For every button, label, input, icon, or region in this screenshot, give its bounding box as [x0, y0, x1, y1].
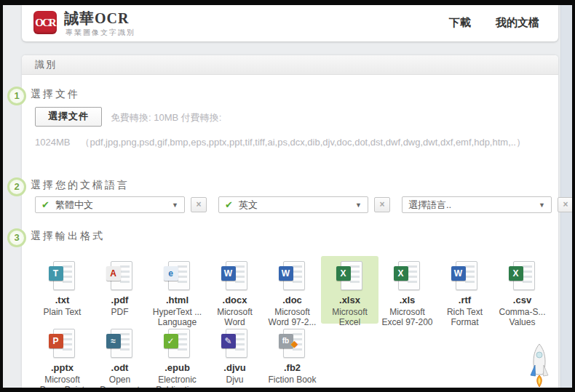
format-option-djvu[interactable]: ✎.djvuDjvu	[206, 324, 263, 388]
format-option-html[interactable]: e.htmlHyperText ... Language	[148, 256, 206, 324]
logo-title[interactable]: 誠華OCR	[64, 9, 129, 28]
header: OCR 誠華OCR 專業圖像文字識別 下載 我的文檔	[22, 5, 558, 41]
format-extension: .xls	[378, 295, 436, 305]
choose-file-button[interactable]: 選擇文件	[35, 107, 102, 127]
nav-download-link[interactable]: 下載	[449, 16, 471, 30]
output-format-grid: T.txtPlain TextA.pdfPDFe.htmlHyperText .…	[33, 256, 552, 388]
page: OCR 誠華OCR 專業圖像文字識別 下載 我的文檔 識別 1 選擇文件 選擇文…	[3, 5, 572, 388]
format-extension: .rtf	[436, 295, 493, 305]
html-file-icon: e	[163, 261, 192, 292]
extensions-list: （pdf,jpg,png,psd,gif,bmp,eps,pptx,ppt,ti…	[80, 137, 526, 148]
fb2-accent-icon: ◆	[291, 339, 298, 348]
conversion-limit-hint: 免費轉換: 10MB 付費轉換:	[111, 111, 221, 124]
chevron-down-icon: ▼	[172, 197, 178, 213]
format-name: Open Document	[91, 375, 148, 388]
format-name: Microsoft PowerPoint	[33, 375, 91, 388]
rtf-file-icon: W	[451, 261, 480, 292]
nav-my-documents-link[interactable]: 我的文檔	[496, 16, 539, 30]
format-extension: .txt	[33, 295, 91, 305]
check-icon: ✔	[225, 199, 233, 210]
xlsx-file-icon: X	[336, 261, 365, 292]
format-name: Djvu	[206, 375, 263, 385]
section-title: 識別	[22, 55, 558, 75]
step-1-number: 1	[7, 87, 26, 105]
format-extension: .pdf	[91, 295, 148, 305]
format-extension: .docx	[206, 295, 263, 305]
format-extension: .fb2	[263, 362, 321, 373]
remove-language-button-2[interactable]: ×	[374, 197, 390, 212]
format-option-pptx[interactable]: P.pptxMicrosoft PowerPoint	[33, 324, 91, 388]
selected-language-value: 繁體中文	[55, 199, 93, 210]
format-extension: .doc	[263, 295, 321, 305]
language-select-row: ✔繁體中文▼×✔英文▼×選擇語言..▼×	[35, 196, 572, 213]
selected-language-value: 英文	[239, 199, 258, 210]
pdf-file-icon: A	[106, 261, 135, 292]
format-extension: .pptx	[33, 362, 91, 373]
step-1-title: 選擇文件	[31, 88, 80, 101]
format-name: Rich Text Format	[436, 307, 493, 327]
format-option-xls[interactable]: X.xlsMicrosoft Excel 97-200	[378, 256, 436, 324]
format-name: Microsoft Excel	[321, 307, 378, 327]
format-name: Electronic Publication	[148, 375, 206, 388]
djvu-file-icon: ✎	[221, 329, 250, 359]
chevron-down-icon: ▼	[539, 197, 545, 213]
step-3-number: 3	[7, 228, 26, 247]
step-2-number: 2	[7, 177, 26, 196]
format-extension: .djvu	[206, 362, 263, 373]
step-2-title: 選擇您的文檔語言	[31, 179, 130, 192]
logo-subtitle: 專業圖像文字識別	[66, 28, 135, 38]
language-select-2[interactable]: ✔英文▼	[218, 196, 368, 213]
format-option-doc[interactable]: W.docMicrosoft Word 97-2...	[263, 256, 321, 324]
format-name: Microsoft Excel 97-200	[378, 307, 436, 327]
supported-formats-hint: 1024MB（pdf,jpg,png,psd,gif,bmp,eps,pptx,…	[35, 136, 526, 149]
txt-file-icon: T	[48, 261, 77, 292]
format-extension: .csv	[493, 295, 551, 305]
format-option-epub[interactable]: ✓.epubElectronic Publication	[148, 324, 206, 388]
language-select-1[interactable]: ✔繁體中文▼	[35, 196, 185, 213]
format-option-docx[interactable]: W.docxMicrosoft Word	[206, 256, 263, 324]
fb2-file-icon: fb◆	[278, 329, 307, 359]
pptx-file-icon: P	[48, 329, 77, 359]
selected-language-value: 選擇語言..	[408, 199, 451, 210]
format-extension: .html	[148, 295, 206, 305]
format-name: Fiction Book	[263, 375, 321, 385]
check-icon: ✔	[41, 199, 49, 210]
format-name: PDF	[91, 307, 148, 317]
doc-file-icon: W	[278, 261, 307, 292]
format-option-csv[interactable]: X.csvComma-S... Values	[493, 256, 551, 324]
format-extension: .odt	[91, 362, 148, 373]
format-option-xlsx[interactable]: X.xlsxMicrosoft Excel	[321, 256, 378, 324]
docx-file-icon: W	[221, 261, 250, 292]
chevron-down-icon: ▼	[355, 197, 362, 213]
format-option-pdf[interactable]: A.pdfPDF	[91, 256, 148, 324]
xls-file-icon: X	[393, 261, 422, 292]
csv-file-icon: X	[508, 261, 537, 292]
logo-icon[interactable]: OCR	[33, 11, 57, 34]
language-select-3[interactable]: 選擇語言..▼	[402, 196, 552, 213]
format-option-txt[interactable]: T.txtPlain Text	[33, 256, 91, 324]
format-option-rtf[interactable]: W.rtfRich Text Format	[436, 256, 493, 324]
format-name: Comma-S... Values	[493, 307, 551, 327]
back-to-top-rocket-icon[interactable]	[528, 343, 550, 388]
paid-limit-value: 1024MB	[35, 137, 70, 148]
odt-file-icon: ≈	[106, 329, 135, 359]
format-name: Plain Text	[33, 307, 91, 317]
step-3-title: 選擇輸出格式	[31, 230, 105, 243]
epub-file-icon: ✓	[163, 329, 192, 359]
format-row-2: P.pptxMicrosoft PowerPoint≈.odtOpen Docu…	[33, 324, 552, 388]
remove-language-button-1[interactable]: ×	[191, 197, 207, 212]
format-extension: .xlsx	[321, 295, 378, 305]
remove-language-button-3[interactable]: ×	[558, 197, 572, 212]
format-extension: .epub	[148, 362, 206, 373]
format-option-fb2[interactable]: fb◆.fb2Fiction Book	[263, 324, 321, 388]
format-row-1: T.txtPlain TextA.pdfPDFe.htmlHyperText .…	[33, 256, 552, 324]
format-option-odt[interactable]: ≈.odtOpen Document	[91, 324, 148, 388]
